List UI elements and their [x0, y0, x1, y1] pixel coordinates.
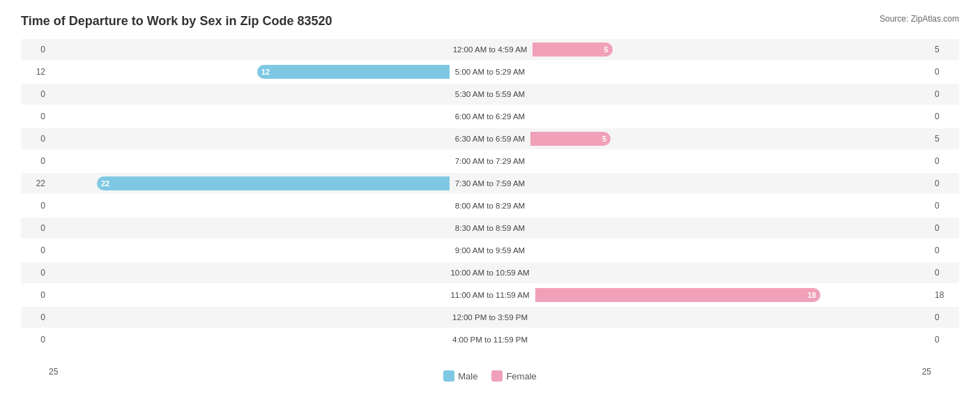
row-right-value: 0	[931, 156, 959, 166]
row-bar-section: 11:00 AM to 11:59 AM18	[49, 285, 931, 305]
row-time-label: 6:30 AM to 6:59 AM	[450, 135, 530, 143]
row-left-value: 0	[21, 89, 49, 99]
axis-left-value: 25	[49, 367, 58, 382]
bars-wrapper: 7:00 AM to 7:29 AM	[49, 153, 931, 169]
female-bar-value: 18	[804, 291, 820, 299]
bars-wrapper: 6:00 AM to 6:29 AM	[49, 109, 931, 124]
legend: Male Female	[443, 370, 537, 382]
chart-title: Time of Departure to Work by Sex in Zip …	[21, 14, 959, 29]
row-time-label: 8:30 AM to 8:59 AM	[450, 224, 530, 232]
bars-wrapper: 125:00 AM to 5:29 AM	[49, 64, 931, 80]
male-half	[49, 243, 450, 258]
male-half	[49, 86, 450, 102]
female-half: 5	[533, 42, 931, 57]
chart-row: 06:00 AM to 6:29 AM0	[21, 106, 959, 127]
chart-row: 06:30 AM to 6:59 AM55	[21, 128, 959, 149]
row-bar-section: 9:00 AM to 9:59 AM	[49, 240, 931, 261]
row-bar-section: 227:30 AM to 7:59 AM	[49, 173, 931, 194]
female-half	[530, 243, 931, 258]
bars-wrapper: 12:00 AM to 4:59 AM5	[49, 42, 931, 57]
row-bar-section: 6:00 AM to 6:29 AM	[49, 106, 931, 127]
chart-row: 012:00 AM to 4:59 AM55	[21, 39, 959, 60]
chart-row: 04:00 PM to 11:59 PM0	[21, 329, 959, 350]
chart-row: 22227:30 AM to 7:59 AM0	[21, 173, 959, 194]
row-right-value: 0	[931, 67, 959, 77]
male-half	[49, 310, 447, 325]
row-time-label: 9:00 AM to 9:59 AM	[450, 246, 530, 255]
male-bar: 22	[97, 176, 450, 190]
row-right-value: 0	[931, 112, 959, 121]
male-half: 22	[49, 176, 450, 191]
chart-row: 011:00 AM to 11:59 AM1818	[21, 285, 959, 305]
male-half	[49, 332, 447, 347]
row-bar-section: 7:00 AM to 7:29 AM	[49, 151, 931, 172]
bars-wrapper: 9:00 AM to 9:59 AM	[49, 243, 931, 258]
row-left-value: 0	[21, 223, 49, 233]
axis-right-value: 25	[922, 367, 931, 382]
row-right-value: 0	[931, 246, 959, 255]
row-right-value: 0	[931, 268, 959, 278]
female-half: 18	[535, 287, 931, 303]
row-left-value: 0	[21, 134, 49, 144]
legend-male-box	[443, 370, 454, 382]
chart-row: 08:30 AM to 8:59 AM0	[21, 218, 959, 239]
legend-male-label: Male	[458, 371, 477, 382]
male-half	[49, 153, 450, 169]
male-half	[49, 109, 450, 124]
row-right-value: 0	[931, 335, 959, 345]
bars-wrapper: 4:00 PM to 11:59 PM	[49, 332, 931, 347]
row-time-label: 12:00 PM to 3:59 PM	[447, 313, 533, 322]
female-half	[530, 109, 931, 124]
row-time-label: 7:30 AM to 7:59 AM	[450, 179, 530, 188]
bars-wrapper: 8:00 AM to 8:29 AM	[49, 198, 931, 213]
row-bar-section: 6:30 AM to 6:59 AM5	[49, 128, 931, 149]
female-half	[530, 198, 931, 213]
bars-wrapper: 6:30 AM to 6:59 AM5	[49, 131, 931, 146]
row-right-value: 5	[931, 45, 959, 54]
row-left-value: 0	[21, 112, 49, 121]
chart-row: 12125:00 AM to 5:29 AM0	[21, 61, 959, 82]
female-half	[530, 153, 931, 169]
row-left-value: 0	[21, 268, 49, 278]
bars-wrapper: 11:00 AM to 11:59 AM18	[49, 287, 931, 303]
bars-wrapper: 10:00 AM to 10:59 AM	[49, 265, 931, 280]
source-label: Source: ZipAtlas.com	[880, 14, 959, 24]
bars-wrapper: 12:00 PM to 3:59 PM	[49, 310, 931, 325]
bars-wrapper: 8:30 AM to 8:59 AM	[49, 220, 931, 236]
row-time-label: 5:30 AM to 5:59 AM	[450, 90, 530, 98]
row-bar-section: 12:00 AM to 4:59 AM5	[49, 39, 931, 60]
row-bar-section: 5:30 AM to 5:59 AM	[49, 84, 931, 105]
chart-row: 09:00 AM to 9:59 AM0	[21, 240, 959, 261]
row-bar-section: 8:30 AM to 8:59 AM	[49, 218, 931, 239]
female-half	[535, 265, 931, 280]
row-time-label: 12:00 AM to 4:59 AM	[447, 45, 533, 54]
female-half	[533, 332, 931, 347]
female-half	[530, 86, 931, 102]
chart-row: 08:00 AM to 8:29 AM0	[21, 195, 959, 216]
female-half	[530, 220, 931, 236]
chart-container: Time of Departure to Work by Sex in Zip …	[0, 0, 980, 415]
female-bar: 5	[530, 132, 611, 146]
bars-wrapper: 5:30 AM to 5:59 AM	[49, 86, 931, 102]
chart-area: 012:00 AM to 4:59 AM5512125:00 AM to 5:2…	[21, 39, 959, 363]
row-bar-section: 10:00 AM to 10:59 AM	[49, 262, 931, 283]
chart-row: 05:30 AM to 5:59 AM0	[21, 84, 959, 105]
row-left-value: 0	[21, 290, 49, 300]
male-half	[49, 198, 450, 213]
row-left-value: 0	[21, 312, 49, 322]
male-bar: 12	[257, 65, 450, 79]
axis-bottom: 25 Male Female 25	[21, 363, 959, 382]
male-half: 12	[49, 64, 450, 80]
row-time-label: 4:00 PM to 11:59 PM	[447, 335, 533, 344]
row-left-value: 12	[21, 67, 49, 77]
male-half	[49, 131, 450, 146]
row-left-value: 0	[21, 156, 49, 166]
row-left-value: 0	[21, 335, 49, 345]
row-time-label: 11:00 AM to 11:59 AM	[445, 291, 535, 299]
legend-male: Male	[443, 370, 477, 382]
female-bar-value: 5	[600, 45, 613, 54]
row-left-value: 0	[21, 201, 49, 211]
female-bar: 5	[533, 43, 612, 56]
chart-row: 07:00 AM to 7:29 AM0	[21, 151, 959, 172]
row-bar-section: 4:00 PM to 11:59 PM	[49, 329, 931, 350]
